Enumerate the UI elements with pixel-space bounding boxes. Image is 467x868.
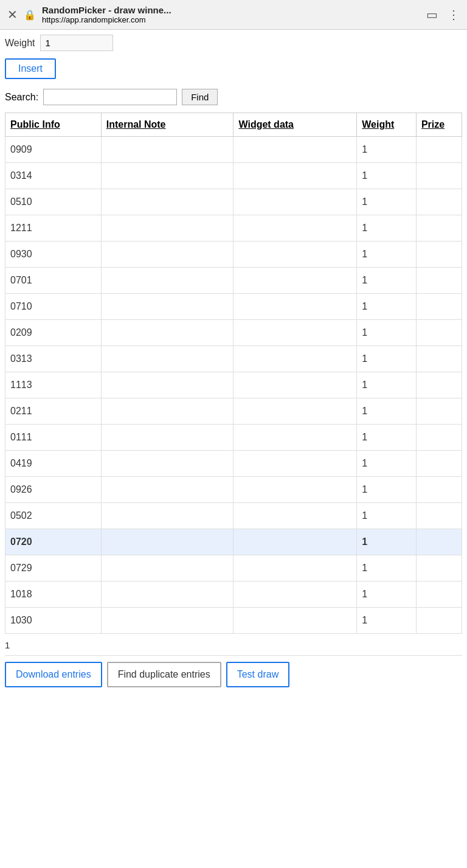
table-row[interactable]: 05021 — [5, 503, 462, 529]
table-row[interactable]: 04191 — [5, 451, 462, 477]
cell-prize — [416, 294, 462, 320]
cell-prize — [416, 451, 462, 477]
cell-public_info: 0701 — [5, 268, 102, 294]
cell-weight: 1 — [357, 215, 417, 241]
insert-button[interactable]: Insert — [5, 58, 56, 79]
table-row[interactable]: 03131 — [5, 346, 462, 372]
cell-internal_note — [101, 241, 234, 268]
cell-public_info: 0419 — [5, 451, 102, 477]
search-label: Search: — [5, 92, 38, 103]
cell-widget_data — [234, 608, 357, 634]
cell-prize — [416, 425, 462, 451]
table-row[interactable]: 11131 — [5, 372, 462, 398]
cell-public_info: 1018 — [5, 582, 102, 608]
cell-public_info: 0510 — [5, 189, 102, 215]
bookmark-icon[interactable]: ▭ — [426, 7, 438, 22]
cell-weight: 1 — [357, 529, 417, 555]
browser-actions: ▭ ⋮ — [426, 7, 460, 22]
cell-widget_data — [234, 241, 357, 268]
cell-weight: 1 — [357, 268, 417, 294]
menu-icon[interactable]: ⋮ — [448, 7, 460, 22]
cell-public_info: 0710 — [5, 294, 102, 320]
table-row[interactable]: 07201 — [5, 529, 462, 555]
cell-weight: 1 — [357, 241, 417, 268]
table-row[interactable]: 12111 — [5, 215, 462, 241]
cell-prize — [416, 268, 462, 294]
table-row[interactable]: 05101 — [5, 189, 462, 215]
cell-internal_note — [101, 503, 234, 529]
cell-widget_data — [234, 529, 357, 555]
cell-internal_note — [101, 477, 234, 503]
search-input[interactable] — [43, 89, 177, 105]
action-buttons: Download entries Find duplicate entries … — [5, 655, 462, 692]
cell-widget_data — [234, 163, 357, 189]
entries-count: 1 — [5, 640, 10, 650]
cell-internal_note — [101, 137, 234, 163]
cell-prize — [416, 555, 462, 582]
weight-input[interactable] — [40, 35, 113, 51]
cell-widget_data — [234, 425, 357, 451]
cell-weight: 1 — [357, 503, 417, 529]
page-title: RandomPicker - draw winne... — [42, 5, 420, 15]
col-header-widget-data: Widget data — [234, 113, 357, 137]
cell-internal_note — [101, 268, 234, 294]
table-row[interactable]: 02111 — [5, 398, 462, 425]
cell-public_info: 0502 — [5, 503, 102, 529]
cell-weight: 1 — [357, 137, 417, 163]
table-row[interactable]: 07101 — [5, 294, 462, 320]
cell-widget_data — [234, 582, 357, 608]
cell-prize — [416, 163, 462, 189]
cell-prize — [416, 477, 462, 503]
cell-public_info: 0209 — [5, 320, 102, 346]
cell-weight: 1 — [357, 582, 417, 608]
table-row[interactable]: 10181 — [5, 582, 462, 608]
table-row[interactable]: 03141 — [5, 163, 462, 189]
cell-public_info: 0211 — [5, 398, 102, 425]
cell-weight: 1 — [357, 608, 417, 634]
cell-public_info: 1030 — [5, 608, 102, 634]
cell-weight: 1 — [357, 555, 417, 582]
cell-public_info: 0909 — [5, 137, 102, 163]
cell-internal_note — [101, 215, 234, 241]
cell-prize — [416, 398, 462, 425]
cell-widget_data — [234, 294, 357, 320]
close-icon[interactable]: ✕ — [7, 7, 18, 22]
search-row: Search: Find — [5, 89, 462, 105]
cell-prize — [416, 529, 462, 555]
title-area: RandomPicker - draw winne... https://app… — [42, 5, 420, 24]
table-row[interactable]: 09261 — [5, 477, 462, 503]
table-row[interactable]: 09301 — [5, 241, 462, 268]
find-duplicate-button[interactable]: Find duplicate entries — [107, 662, 221, 687]
col-header-public-info: Public Info — [5, 113, 102, 137]
table-row[interactable]: 07291 — [5, 555, 462, 582]
cell-weight: 1 — [357, 189, 417, 215]
cell-public_info: 0111 — [5, 425, 102, 451]
weight-row: Weight — [5, 30, 462, 54]
cell-widget_data — [234, 320, 357, 346]
cell-widget_data — [234, 215, 357, 241]
table-row[interactable]: 09091 — [5, 137, 462, 163]
table-row[interactable]: 10301 — [5, 608, 462, 634]
cell-public_info: 0930 — [5, 241, 102, 268]
table-row[interactable]: 07011 — [5, 268, 462, 294]
find-button[interactable]: Find — [182, 89, 218, 105]
cell-weight: 1 — [357, 372, 417, 398]
cell-weight: 1 — [357, 398, 417, 425]
table-row[interactable]: 01111 — [5, 425, 462, 451]
test-draw-button[interactable]: Test draw — [226, 662, 289, 687]
cell-prize — [416, 215, 462, 241]
cell-weight: 1 — [357, 294, 417, 320]
weight-label: Weight — [5, 38, 35, 49]
table-row[interactable]: 02091 — [5, 320, 462, 346]
cell-widget_data — [234, 372, 357, 398]
cell-internal_note — [101, 608, 234, 634]
cell-weight: 1 — [357, 320, 417, 346]
download-entries-button[interactable]: Download entries — [5, 662, 102, 687]
cell-weight: 1 — [357, 477, 417, 503]
cell-internal_note — [101, 425, 234, 451]
cell-widget_data — [234, 268, 357, 294]
cell-weight: 1 — [357, 425, 417, 451]
col-header-weight: Weight — [357, 113, 417, 137]
cell-widget_data — [234, 451, 357, 477]
cell-prize — [416, 372, 462, 398]
